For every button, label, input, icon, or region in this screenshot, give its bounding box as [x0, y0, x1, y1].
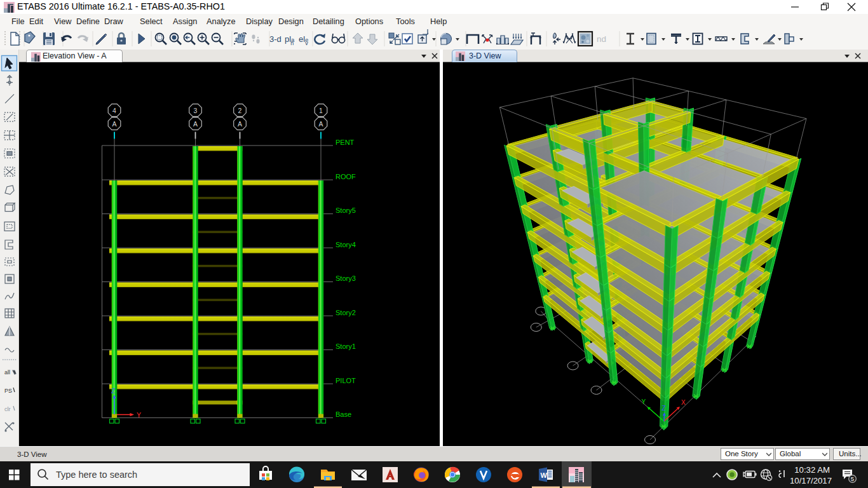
svg-text:Story3: Story3 [336, 274, 356, 282]
svg-text:1: 1 [319, 107, 323, 114]
svg-text:clr: clr [4, 406, 11, 412]
svg-text:Z: Z [111, 387, 116, 395]
svg-text:A: A [193, 120, 198, 128]
svg-text:Story5: Story5 [336, 207, 356, 214]
svg-text:W: W [541, 471, 548, 479]
svg-text:PENT: PENT [336, 139, 355, 146]
svg-text:ROOF: ROOF [336, 173, 356, 180]
svg-text:Base: Base [336, 410, 351, 418]
svg-text:Y: Y [642, 398, 646, 405]
svg-text:3-d: 3-d [269, 34, 281, 44]
svg-text:5: 5 [851, 475, 854, 482]
svg-text:nd: nd [597, 34, 606, 44]
svg-text:PS: PS [4, 388, 12, 394]
svg-text:Story2: Story2 [336, 309, 356, 316]
svg-text:A: A [318, 120, 323, 128]
svg-text:A: A [112, 120, 116, 128]
svg-text:Type here to search: Type here to search [56, 470, 137, 480]
svg-text:2: 2 [238, 107, 242, 114]
svg-text:10:32 AM: 10:32 AM [794, 465, 830, 475]
svg-text:X: X [681, 399, 686, 406]
svg-text:PILOT: PILOT [336, 377, 356, 384]
svg-text:3: 3 [194, 107, 198, 114]
svg-text:Z: Z [662, 405, 666, 412]
svg-text:Story1: Story1 [336, 342, 356, 350]
svg-text:4: 4 [112, 107, 116, 114]
svg-text:A: A [238, 120, 242, 128]
svg-text:Y: Y [137, 411, 141, 419]
svg-text:elev: elev [299, 34, 308, 46]
svg-text:Story4: Story4 [336, 241, 356, 248]
svg-text:all: all [4, 369, 10, 376]
svg-text:plan: plan [285, 34, 294, 46]
svg-text:10/17/2017: 10/17/2017 [790, 476, 832, 485]
